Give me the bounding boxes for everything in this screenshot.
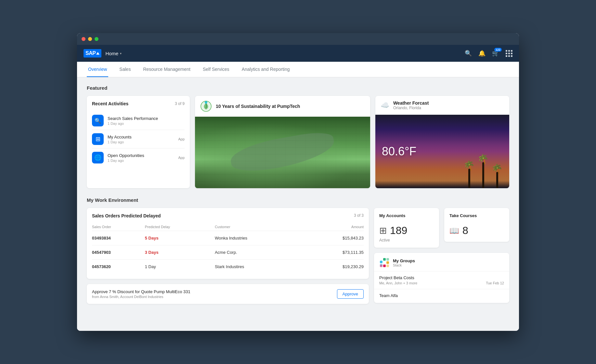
activity-item-accounts[interactable]: ⊞ My Accounts 1 Day ago App <box>92 130 185 149</box>
activity-time-opportunities: 1 Day ago <box>108 159 174 162</box>
delay-3: 1 Day <box>145 260 215 274</box>
notification-icon[interactable]: 🔔 <box>478 50 486 57</box>
table-row[interactable]: 03493834 5 Days Wonka Industries $15,843… <box>92 231 364 245</box>
tab-analytics[interactable]: Analytics and Reporting <box>240 62 291 77</box>
minimize-button[interactable] <box>88 37 92 41</box>
my-accounts-card[interactable]: My Accounts ⊞ 189 Active <box>374 208 439 248</box>
groups-subtitle: Slack <box>393 263 415 267</box>
tabbar: Overview Sales Resource Management Self … <box>77 62 519 77</box>
close-button[interactable] <box>82 37 85 41</box>
order-number-3: 04573620 <box>92 264 111 269</box>
search-sales-icon: 🔍 <box>92 115 104 126</box>
take-courses-card[interactable]: Take Courses 📖 8 <box>444 208 509 242</box>
activity-badge-accounts: App <box>178 137 185 141</box>
groups-header: My Groups Slack <box>374 253 509 271</box>
customer-3: Stark Industires <box>215 260 305 274</box>
group-item-alfa[interactable]: Team Alfa <box>374 289 509 303</box>
navbar-left: SAP Home ▾ <box>84 49 122 58</box>
svg-rect-6 <box>386 261 389 264</box>
recent-activities-inner: Recent Activities 3 of 9 🔍 Search Sales … <box>87 96 190 172</box>
activity-info-opportunities: Open Opportunities 1 Day ago <box>108 153 174 162</box>
approve-button[interactable]: Approve <box>337 289 364 299</box>
tab-self-services[interactable]: Self Services <box>201 62 231 77</box>
table-row[interactable]: 04573620 1 Day Stark Industires $19,230.… <box>92 260 364 274</box>
tab-resource-management[interactable]: Resource Management <box>142 62 192 77</box>
tab-overview[interactable]: Overview <box>87 62 108 77</box>
activity-item-opportunities[interactable]: 🌐 Open Opportunities 1 Day ago App <box>92 149 185 167</box>
activity-name-opportunities: Open Opportunities <box>108 153 174 158</box>
svg-rect-9 <box>380 265 382 267</box>
tab-sales[interactable]: Sales <box>118 62 132 77</box>
my-accounts-icon: ⊞ <box>379 225 387 236</box>
temperature-display: 80.6°F <box>375 145 416 158</box>
order-number-2: 04547903 <box>92 250 111 255</box>
weather-title: Weather Forcast <box>393 100 429 106</box>
recent-activities-count: 3 of 9 <box>175 101 185 106</box>
sales-orders-column: Sales Orders Predicted Delayed 3 of 3 Sa… <box>87 208 369 304</box>
groups-title-area: My Groups Slack <box>393 258 415 267</box>
apps-grid-icon[interactable] <box>506 50 512 57</box>
sales-orders-card: Sales Orders Predicted Delayed 3 of 3 Sa… <box>87 208 369 279</box>
amount-3: $19,230.29 <box>305 260 364 274</box>
slack-icon <box>379 257 390 268</box>
col-amount: Amount <box>305 223 364 231</box>
svg-point-1 <box>205 101 207 104</box>
search-icon[interactable]: 🔍 <box>465 50 472 57</box>
activity-item-search[interactable]: 🔍 Search Sales Performance 1 Day ago <box>92 111 185 130</box>
approve-sub: from Anna Smith, Account DelBont Industr… <box>92 295 190 299</box>
svg-rect-7 <box>386 265 389 267</box>
my-accounts-count: 189 <box>390 225 407 237</box>
activity-badge-opportunities: App <box>178 156 185 160</box>
group-meta-beta: Me, Ann, John + 3 more Tue Feb 12 <box>379 281 504 285</box>
svg-rect-2 <box>380 261 382 263</box>
sustainability-header: 10 Years of Sustainability at PumpTech <box>195 96 370 117</box>
order-number-1: 03493834 <box>92 236 111 240</box>
main-window: SAP Home ▾ 🔍 🔔 🛒 122 Overview <box>77 33 519 331</box>
group-members-beta: Me, Ann, John + 3 more <box>379 281 417 285</box>
amount-1: $15,843.23 <box>305 231 364 245</box>
featured-row: Recent Activities 3 of 9 🔍 Search Sales … <box>87 96 509 188</box>
sap-logo[interactable]: SAP <box>84 49 101 58</box>
take-courses-content: 📖 8 <box>449 225 504 237</box>
group-date-beta: Tue Feb 12 <box>486 281 504 285</box>
maximize-button[interactable] <box>95 37 98 41</box>
customer-1: Wonka Industries <box>215 231 305 245</box>
customer-2: Acme Corp. <box>215 245 305 260</box>
my-accounts-content: ⊞ 189 <box>379 225 434 237</box>
svg-rect-4 <box>383 258 386 261</box>
col-customer: Customer <box>215 223 305 231</box>
approve-info: Approve 7 % Discount for Quote Pump Mult… <box>92 289 190 299</box>
work-env-section-title: My Work Environment <box>87 197 509 203</box>
cart-icon[interactable]: 🛒 122 <box>492 50 499 57</box>
my-accounts-label: Active <box>379 238 434 242</box>
activity-name-search: Search Sales Performance <box>108 116 185 121</box>
sales-orders-count: 3 of 3 <box>354 213 364 218</box>
weather-header: ☁️ Weather Forcast Orlando, Florida <box>375 96 509 115</box>
group-item-beta[interactable]: Project Beta Costs Me, Ann, John + 3 mor… <box>374 271 509 289</box>
groups-title: My Groups <box>393 258 415 263</box>
amount-2: $73,111.35 <box>305 245 364 260</box>
my-accounts-title: My Accounts <box>379 213 434 218</box>
cart-badge: 122 <box>494 48 502 52</box>
col-predicted-delay: Predicted Delay <box>145 223 215 231</box>
sales-orders-title: Sales Orders Predicted Delayed <box>92 213 161 218</box>
featured-section-title: Featured <box>87 85 509 91</box>
group-name-beta: Project Beta Costs <box>379 275 504 280</box>
table-row[interactable]: 04547903 3 Days Acme Corp. $73,111.35 <box>92 245 364 260</box>
weather-card: ☁️ Weather Forcast Orlando, Florida 80.6… <box>375 96 509 188</box>
home-menu[interactable]: Home ▾ <box>105 51 122 56</box>
navbar-right: 🔍 🔔 🛒 122 <box>465 50 512 57</box>
approve-text: Approve 7 % Discount for Quote Pump Mult… <box>92 289 190 294</box>
main-content: Featured Recent Activities 3 of 9 🔍 Sear… <box>77 77 519 331</box>
navbar: SAP Home ▾ 🔍 🔔 🛒 122 <box>77 45 519 62</box>
courses-icon: 📖 <box>449 226 459 235</box>
recent-activities-card: Recent Activities 3 of 9 🔍 Search Sales … <box>87 96 190 188</box>
sales-orders-table: Sales Order Predicted Delay Customer Amo… <box>92 223 364 274</box>
sustainability-card[interactable]: 10 Years of Sustainability at PumpTech <box>195 96 370 188</box>
take-courses-count: 8 <box>462 225 468 237</box>
activity-info-accounts: My Accounts 1 Day ago <box>108 135 174 144</box>
weather-image: 80.6°F 🌴 🌴 🌴 <box>375 115 509 188</box>
take-courses-title: Take Courses <box>449 213 504 218</box>
sustainability-title: 10 Years of Sustainability at PumpTech <box>216 104 300 109</box>
work-right-columns: My Accounts ⊞ 189 Active Take Courses 📖 … <box>374 208 509 303</box>
